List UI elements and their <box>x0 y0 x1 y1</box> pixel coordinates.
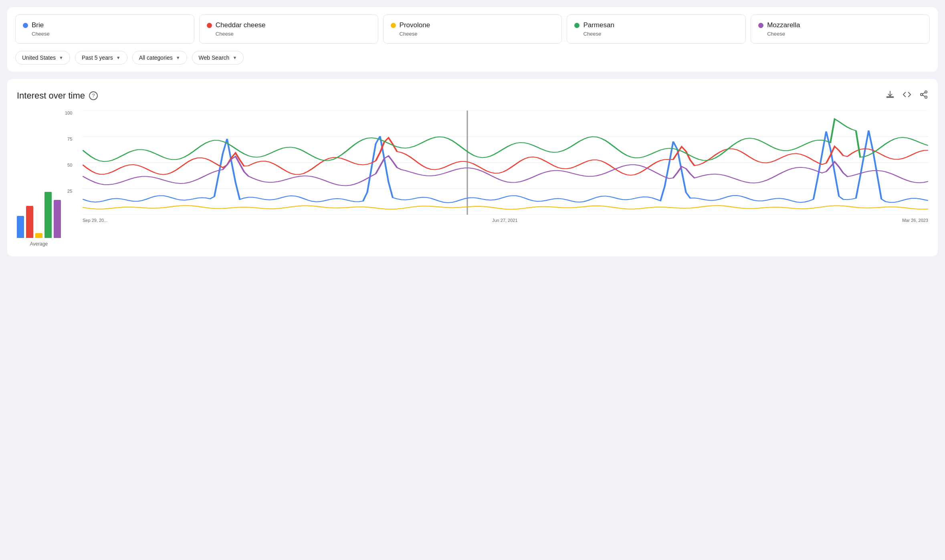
term-sub-parmesan: Cheese <box>583 31 738 37</box>
chart-header: Interest over time ? <box>17 90 928 101</box>
term-name-mozzarella: Mozzarella <box>767 21 800 29</box>
avg-bar-brie <box>17 216 24 238</box>
search-type-label: Web Search <box>199 54 230 61</box>
term-name-parmesan: Parmesan <box>583 21 614 29</box>
term-header-provolone: Provolone <box>391 21 555 29</box>
x-axis-label: Sep 29, 20... <box>83 218 107 223</box>
avg-bar-parmesan <box>44 192 52 238</box>
x-labels: Sep 29, 20...Jun 27, 2021Mar 26, 2023 <box>83 218 928 223</box>
filters-bar: United States ▼ Past 5 years ▼ All categ… <box>15 51 930 64</box>
y-axis-label: 50 <box>67 163 72 167</box>
category-filter[interactable]: All categories ▼ <box>132 51 187 64</box>
line-provolone <box>83 205 928 209</box>
svg-line-4 <box>923 93 925 94</box>
term-card-brie[interactable]: Brie Cheese <box>15 14 194 44</box>
help-icon[interactable]: ? <box>89 91 98 100</box>
x-axis-label: Jun 27, 2021 <box>492 218 518 223</box>
category-label: All categories <box>139 54 173 61</box>
term-card-mozzarella[interactable]: Mozzarella Cheese <box>751 14 930 44</box>
term-dot-provolone <box>391 23 396 28</box>
line-chart-area: 100755025 Sep 29, 20...Jun 27, 2021Mar 2… <box>61 111 928 247</box>
search-type-filter[interactable]: Web Search ▼ <box>192 51 244 64</box>
chart-section: Interest over time ? <box>7 79 938 256</box>
search-type-chevron: ▼ <box>232 55 237 60</box>
avg-bar-mozzarella <box>54 200 61 238</box>
term-header-cheddar: Cheddar cheese <box>207 21 371 29</box>
avg-label: Average <box>30 241 48 247</box>
download-button[interactable] <box>886 90 895 101</box>
average-bars <box>17 134 61 238</box>
x-axis-label: Mar 26, 2023 <box>902 218 928 223</box>
term-header-brie: Brie <box>23 21 187 29</box>
share-button[interactable] <box>919 90 928 101</box>
svg-line-3 <box>923 95 925 97</box>
term-dot-parmesan <box>574 23 580 28</box>
region-chevron: ▼ <box>59 55 63 60</box>
term-cards-container: Brie Cheese Cheddar cheese Cheese Provol… <box>15 14 930 44</box>
region-label: United States <box>22 54 56 61</box>
time-chevron: ▼ <box>116 55 121 60</box>
chart-container: Average 100755025 Sep 29, 20...Jun 27, 2… <box>17 111 928 247</box>
avg-bar-provolone <box>35 233 42 238</box>
term-dot-mozzarella <box>758 23 763 28</box>
chart-title-row: Interest over time ? <box>17 91 98 101</box>
y-axis-label: 25 <box>67 189 72 193</box>
embed-button[interactable] <box>903 90 911 101</box>
chart-title: Interest over time <box>17 91 85 101</box>
line-parmesan <box>83 119 928 161</box>
term-name-provolone: Provolone <box>400 21 430 29</box>
term-card-cheddar[interactable]: Cheddar cheese Cheese <box>199 14 378 44</box>
bar-average-section: Average <box>17 111 61 247</box>
line-cheddar <box>83 138 928 175</box>
term-dot-cheddar <box>207 23 212 28</box>
avg-bar-cheddar <box>26 206 33 238</box>
term-header-mozzarella: Mozzarella <box>758 21 922 29</box>
term-card-provolone[interactable]: Provolone Cheese <box>383 14 562 44</box>
region-filter[interactable]: United States ▼ <box>15 51 70 64</box>
chart-svg-wrapper <box>83 111 928 215</box>
term-sub-provolone: Cheese <box>400 31 555 37</box>
term-dot-brie <box>23 23 28 28</box>
term-name-brie: Brie <box>32 21 44 29</box>
term-sub-mozzarella: Cheese <box>767 31 922 37</box>
time-label: Past 5 years <box>82 54 113 61</box>
chart-actions <box>886 90 928 101</box>
term-header-parmesan: Parmesan <box>574 21 738 29</box>
term-name-cheddar: Cheddar cheese <box>216 21 266 29</box>
term-sub-brie: Cheese <box>32 31 187 37</box>
y-axis: 100755025 <box>65 111 75 215</box>
y-axis-label: 100 <box>65 111 72 115</box>
category-chevron: ▼ <box>176 55 180 60</box>
term-card-parmesan[interactable]: Parmesan Cheese <box>567 14 746 44</box>
y-axis-label: 75 <box>67 137 72 141</box>
time-filter[interactable]: Past 5 years ▼ <box>75 51 127 64</box>
term-sub-cheddar: Cheese <box>216 31 371 37</box>
